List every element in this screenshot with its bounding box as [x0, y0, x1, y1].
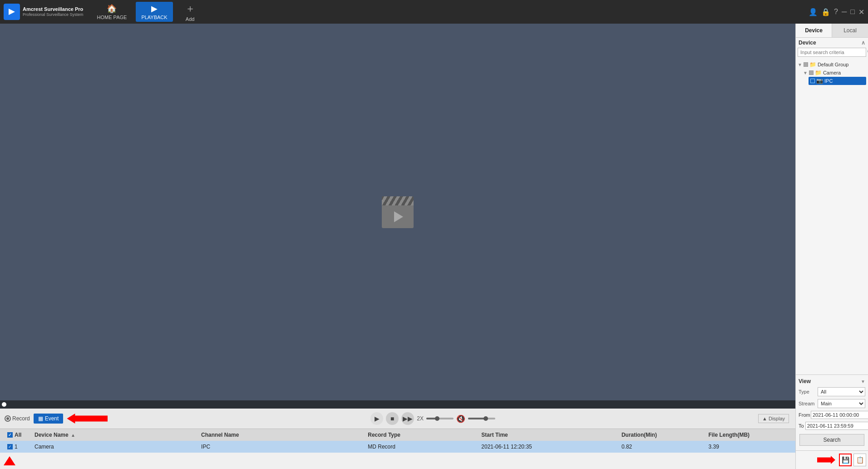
display-button[interactable]: ▲ Display [758, 414, 789, 423]
th-duration[interactable]: Duration(Min) [618, 431, 705, 439]
search-button[interactable]: Search [799, 434, 864, 446]
export-icon: 📋 [856, 456, 864, 464]
help-icon[interactable]: ? [834, 8, 838, 16]
table-row[interactable]: ✓ 1 Camera IPC MD Record 2021-06-11 12:2… [0, 441, 795, 453]
sort-icon: ▲ [71, 433, 75, 438]
tab-local[interactable]: Local [832, 24, 868, 37]
expand-icon: ▼ [798, 62, 802, 67]
maximize-icon[interactable]: □ [850, 8, 855, 16]
forward-button[interactable]: ▶▶ [401, 412, 414, 425]
view-section: View ▼ Type All Stream Main From [796, 374, 868, 450]
to-row: To ▼ [798, 420, 866, 431]
close-icon[interactable]: ✕ [858, 8, 864, 16]
clapboard-stripe [382, 196, 414, 205]
playback-controls: ▶ ■ ▶▶ 2X 🔇 [370, 412, 495, 425]
td-file-length: 3.39 [705, 443, 792, 451]
timeline-bar[interactable] [0, 400, 795, 409]
tree-item-ipc[interactable]: 📷 IPC [809, 77, 866, 85]
to-date-input[interactable] [805, 422, 868, 430]
device-section-label: Device ∧ [796, 38, 868, 48]
panel-tabs: Device Local [796, 24, 868, 38]
camera-checkbox[interactable] [809, 70, 814, 75]
play-triangle-icon [394, 211, 403, 222]
play-button[interactable]: ▶ [370, 412, 383, 425]
topbar-actions: 👤 🔒 ? ─ □ ✕ [809, 8, 864, 16]
video-area: Record ▦ Event ▶ ■ ▶▶ [0, 24, 795, 469]
row-checkbox[interactable]: ✓ [7, 444, 13, 449]
topbar: Amcrest Surveillance Pro Professional Su… [0, 0, 868, 24]
playback-nav-btn[interactable]: ▶ PLAYBACK [136, 2, 173, 22]
save-button[interactable]: 💾 [839, 454, 852, 466]
search-icon[interactable]: 🔍 [865, 49, 868, 55]
stream-select[interactable]: Main [818, 399, 865, 408]
panel-spacer [796, 87, 868, 374]
speed-label: 2X [417, 415, 424, 422]
th-record-type[interactable]: Record Type [364, 431, 478, 439]
record-radio[interactable]: Record [5, 415, 30, 422]
th-file-length[interactable]: File Length(MB) [705, 431, 792, 439]
main-content: Record ▦ Event ▶ ■ ▶▶ [0, 24, 868, 469]
user-icon[interactable]: 👤 [809, 8, 818, 16]
tab-device[interactable]: Device [796, 24, 832, 37]
homepage-nav-btn[interactable]: 🏠 HOME PAGE [92, 2, 133, 22]
search-area: 🔍 [796, 48, 868, 59]
th-all-checkbox[interactable]: ✓ [7, 432, 13, 438]
red-arrow-left [67, 414, 108, 424]
progress-slider[interactable] [426, 418, 454, 419]
table-header: ✓ All Device Name ▲ Channel Name Record … [0, 429, 795, 441]
device-tree: ▼ 📁 Default Group ▼ 📁 Camera 📷 [796, 59, 868, 87]
stream-row: Stream Main [798, 398, 866, 409]
td-num: ✓ 1 [4, 443, 31, 451]
add-nav-btn[interactable]: ＋ Add [177, 0, 204, 24]
folder-icon: 📁 [809, 61, 816, 68]
td-device-name: Camera [31, 443, 197, 451]
view-chevron-icon[interactable]: ▼ [861, 379, 865, 384]
logo-area: Amcrest Surveillance Pro Professional Su… [4, 4, 84, 20]
expand-icon-camera: ▼ [803, 70, 808, 75]
clapboard-body [382, 205, 414, 228]
th-all: ✓ All [4, 431, 31, 439]
event-button[interactable]: ▦ Event [34, 414, 64, 424]
clapboard-top [382, 196, 414, 205]
tree-item-default-group[interactable]: ▼ 📁 Default Group [798, 60, 866, 69]
right-panel: Device Local Device ∧ 🔍 ▼ 📁 Def [795, 24, 868, 469]
home-icon: 🏠 [107, 4, 117, 14]
tree-camera-indent: ▼ 📁 Camera 📷 IPC [798, 69, 866, 85]
tree-item-camera[interactable]: ▼ 📁 Camera [803, 69, 866, 77]
stop-button[interactable]: ■ [386, 412, 399, 425]
add-icon: ＋ [185, 2, 195, 15]
search-input[interactable] [798, 48, 865, 56]
arrow-to-event [67, 414, 108, 424]
th-device-name[interactable]: Device Name ▲ [31, 431, 197, 439]
save-icon: 💾 [842, 456, 849, 464]
type-row: Type All [798, 386, 866, 398]
from-date-input[interactable] [811, 411, 868, 419]
search-field-container: 🔍 [798, 48, 866, 57]
th-start-time[interactable]: Start Time [478, 431, 618, 439]
controls-container: Record ▦ Event ▶ ■ ▶▶ [0, 409, 795, 429]
collapse-icon[interactable]: ∧ [861, 40, 865, 46]
timeline-dot[interactable] [2, 402, 6, 407]
red-up-arrow-left [4, 456, 15, 465]
tree-ipc-indent: 📷 IPC [803, 77, 866, 85]
from-row: From ▼ [798, 409, 866, 420]
event-icon: ▦ [38, 415, 43, 422]
th-channel-name[interactable]: Channel Name [197, 431, 364, 439]
td-channel-name: IPC [197, 443, 364, 451]
view-label-row: View ▼ [798, 377, 866, 386]
app-logo-icon [4, 4, 20, 20]
td-start-time: 2021-06-11 12:20:35 [478, 443, 618, 451]
ipc-checkbox[interactable] [810, 79, 815, 83]
lock-icon[interactable]: 🔒 [821, 8, 830, 16]
minimize-icon[interactable]: ─ [842, 8, 847, 16]
clapboard-icon [382, 196, 414, 228]
td-record-type: MD Record [364, 443, 478, 451]
bottom-container: Record ▦ Event ▶ ■ ▶▶ [0, 409, 795, 469]
panel-bottom-icons: 💾 📋 [796, 450, 868, 469]
volume-slider[interactable] [468, 418, 495, 419]
type-select[interactable]: All [818, 387, 865, 396]
table-empty-space [0, 453, 795, 469]
export-button[interactable]: 📋 [853, 454, 866, 466]
group-checkbox[interactable] [804, 62, 808, 67]
video-canvas [0, 24, 795, 400]
